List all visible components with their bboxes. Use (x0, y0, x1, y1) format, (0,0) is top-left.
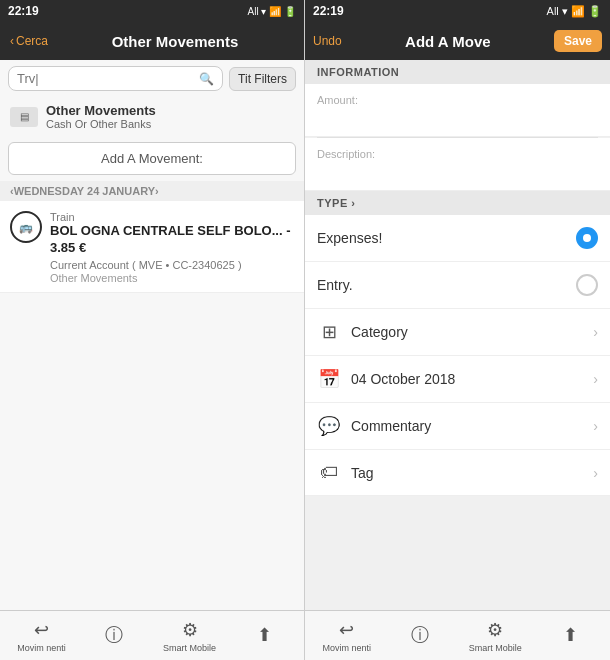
right-status-icons: All ▾ 📶 🔋 (547, 5, 602, 18)
right-share-icon: ⬆ (563, 624, 578, 646)
right-tab-info[interactable]: ⓘ (398, 623, 442, 649)
information-header: INFORMATION (305, 60, 610, 84)
description-field[interactable]: Description: (305, 138, 610, 191)
left-bottom-bar: ↩ Movim nenti ⓘ ⚙ Smart Mobile ⬆ (0, 610, 304, 660)
type-label: TYPE › (317, 197, 355, 209)
amount-label: Amount: (317, 94, 598, 106)
commentary-label: Commentary (351, 418, 583, 434)
right-gear-icon: ⚙ (487, 619, 503, 641)
expenses-option[interactable]: Expenses! (305, 215, 610, 262)
movement-title: BOL OGNA CENTRALE SELF BOLO... - 3.85 € (50, 223, 294, 257)
account-icon: ▤ (10, 107, 38, 127)
commentary-chevron-icon: › (593, 418, 598, 434)
comment-icon: 💬 (317, 415, 341, 437)
right-time: 22:19 (313, 4, 344, 18)
movement-details: Train BOL OGNA CENTRALE SELF BOLO... - 3… (50, 209, 294, 284)
date-header: ‹WEDNESDAY 24 JANUARY› (0, 181, 304, 201)
right-tab-share[interactable]: ⬆ (549, 624, 593, 648)
entry-label: Entry. (317, 277, 353, 293)
movement-icon: 🚌 (10, 211, 42, 243)
left-tab-settings-label: Smart Mobile (163, 643, 216, 653)
left-nav-bar: ‹ Cerca Other Movements (0, 22, 304, 60)
tag-chevron-icon: › (593, 465, 598, 481)
account-text: Other Movements Cash Or Other Banks (46, 103, 156, 130)
date-row[interactable]: 📅 04 October 2018 › (305, 356, 610, 403)
undo-button[interactable]: Undo (313, 34, 342, 48)
info-icon: ⓘ (105, 623, 123, 647)
date-label: 04 October 2018 (351, 371, 583, 387)
save-button[interactable]: Save (554, 30, 602, 52)
right-tab-settings[interactable]: ⚙ Smart Mobile (469, 619, 522, 653)
description-input[interactable] (317, 163, 598, 179)
back-label: Cerca (16, 34, 48, 48)
tag-icon: 🏷 (317, 462, 341, 483)
date-chevron-icon: › (593, 371, 598, 387)
share-icon: ⬆ (257, 624, 272, 646)
left-tab-settings[interactable]: ⚙ Smart Mobile (163, 619, 216, 653)
account-info: ▤ Other Movements Cash Or Other Banks (0, 97, 304, 136)
add-movement-button[interactable]: Add A Movement: (8, 142, 296, 175)
movements-icon: ↩ (34, 619, 49, 641)
entry-radio[interactable] (576, 274, 598, 296)
left-status-bar: 22:19 All ▾ 📶 🔋 (0, 0, 304, 22)
right-movements-icon: ↩ (339, 619, 354, 641)
filter-button[interactable]: Tit Filters (229, 67, 296, 91)
gear-icon: ⚙ (182, 619, 198, 641)
right-tab-settings-label: Smart Mobile (469, 643, 522, 653)
left-tab-movements[interactable]: ↩ Movim nenti (17, 619, 66, 653)
chevron-left-icon: ‹ (10, 34, 14, 48)
type-header: TYPE › (305, 191, 610, 215)
left-tab-share[interactable]: ⬆ (243, 624, 287, 648)
left-panel: 22:19 All ▾ 📶 🔋 ‹ Cerca Other Movements … (0, 0, 305, 660)
commentary-row[interactable]: 💬 Commentary › (305, 403, 610, 450)
category-label: Category (351, 324, 583, 340)
left-tab-info[interactable]: ⓘ (92, 623, 136, 649)
calendar-icon: 📅 (317, 368, 341, 390)
left-status-icons: All ▾ 📶 🔋 (248, 6, 296, 17)
right-status-bar: 22:19 All ▾ 📶 🔋 (305, 0, 610, 22)
movement-top: 🚌 Train BOL OGNA CENTRALE SELF BOLO... -… (10, 209, 294, 284)
right-bottom-bar: ↩ Movim nenti ⓘ ⚙ Smart Mobile ⬆ (305, 610, 610, 660)
description-label: Description: (317, 148, 598, 160)
tag-content: Tag (351, 465, 583, 481)
right-tab-movements-label: Movim nenti (322, 643, 371, 653)
search-icon: 🔍 (199, 72, 214, 86)
movement-type: Train (50, 211, 294, 223)
expenses-radio[interactable] (576, 227, 598, 249)
movement-category: Other Movements (50, 272, 294, 284)
entry-option[interactable]: Entry. (305, 262, 610, 309)
tag-label: Tag (351, 465, 583, 481)
amount-field[interactable]: Amount: (305, 84, 610, 137)
expenses-label: Expenses! (317, 230, 382, 246)
expenses-radio-inner (583, 234, 591, 242)
category-chevron-icon: › (593, 324, 598, 340)
right-info-icon: ⓘ (411, 623, 429, 647)
account-name: Other Movements (46, 103, 156, 118)
tag-row[interactable]: 🏷 Tag › (305, 450, 610, 496)
card-icon: ▤ (20, 111, 29, 122)
left-time: 22:19 (8, 4, 39, 18)
movement-item[interactable]: 🚌 Train BOL OGNA CENTRALE SELF BOLO... -… (0, 201, 304, 293)
left-nav-title: Other Movements (56, 33, 294, 50)
right-nav-title: Add A Move (342, 33, 554, 50)
movement-account: Current Account ( MVE • CC-2340625 ) (50, 259, 294, 271)
right-tab-movements[interactable]: ↩ Movim nenti (322, 619, 371, 653)
search-bar: 🔍 Tit Filters (0, 60, 304, 97)
search-input-wrap[interactable]: 🔍 (8, 66, 223, 91)
bus-icon: 🚌 (19, 221, 33, 234)
back-button[interactable]: ‹ Cerca (10, 34, 48, 48)
search-input[interactable] (17, 71, 199, 86)
category-icon: ⊞ (317, 321, 341, 343)
account-sub: Cash Or Other Banks (46, 118, 156, 130)
right-panel: 22:19 All ▾ 📶 🔋 Undo Add A Move Save INF… (305, 0, 610, 660)
right-nav-bar: Undo Add A Move Save (305, 22, 610, 60)
commentary-content: Commentary (351, 418, 583, 434)
category-content: Category (351, 324, 583, 340)
amount-input[interactable] (317, 109, 598, 125)
category-row[interactable]: ⊞ Category › (305, 309, 610, 356)
date-content: 04 October 2018 (351, 371, 583, 387)
left-tab-movements-label: Movim nenti (17, 643, 66, 653)
